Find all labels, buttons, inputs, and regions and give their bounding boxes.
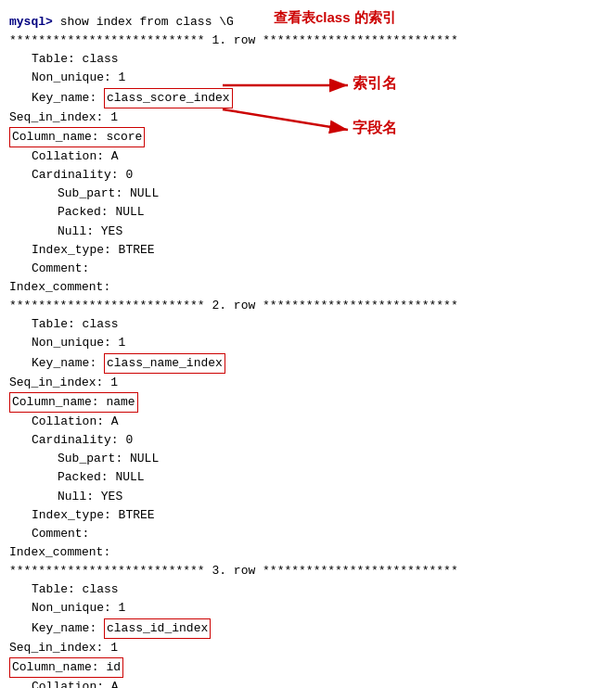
row2-column: Column_name: name: [9, 392, 607, 413]
row2-subpart: Sub_part: NULL: [9, 450, 607, 468]
row2-key-name-value: class_name_index: [104, 353, 225, 374]
row2-cardinality: Cardinality: 0: [9, 431, 607, 450]
annotation-index-name: 索引名: [353, 74, 397, 94]
row1-key-name-value: class_score_index: [104, 88, 233, 108]
row2-table: Table: class: [9, 315, 607, 334]
row-separator-1: *************************** 1. row *****…: [9, 32, 607, 50]
row2-index-comment: Index_comment:: [9, 543, 607, 562]
row1-non-unique: Non_unique: 1: [9, 69, 607, 87]
row3-column: Column_name: id: [9, 657, 607, 678]
row2-comment: Comment:: [9, 525, 607, 543]
row-separator-3: *************************** 3. row *****…: [9, 562, 607, 580]
annotation-title: 查看表class 的索引: [274, 9, 396, 27]
prompt: mysql>: [9, 15, 53, 29]
row2-index-type: Index_type: BTREE: [9, 506, 607, 525]
terminal-output: mysql> show index from class \G ********…: [0, 7, 616, 688]
row3-key-name-value: class_id_index: [104, 618, 211, 639]
row1-index-comment: Index_comment:: [9, 278, 607, 297]
row2-key-name: Key_name: class_name_index: [9, 353, 607, 374]
row2-null: Null: YES: [9, 488, 607, 506]
row3-column-box: Column_name: id: [9, 657, 123, 678]
row3-collation: Collation: A: [9, 678, 607, 688]
row2-collation: Collation: A: [9, 413, 607, 431]
row2-seq: Seq_in_index: 1: [9, 374, 607, 392]
row1-index-type: Index_type: BTREE: [9, 241, 607, 260]
row1-packed: Packed: NULL: [9, 203, 607, 222]
row3-key-name: Key_name: class_id_index: [9, 618, 607, 639]
row1-key-name: Key_name: class_score_index: [9, 88, 607, 108]
row1-comment: Comment:: [9, 260, 607, 278]
row2-packed: Packed: NULL: [9, 468, 607, 487]
row1-column-box: Column_name: score: [9, 127, 145, 147]
row1-null: Null: YES: [9, 223, 607, 241]
row1-column: Column_name: score: [9, 127, 607, 147]
row1-subpart: Sub_part: NULL: [9, 185, 607, 203]
row3-non-unique: Non_unique: 1: [9, 599, 607, 618]
row2-column-box: Column_name: name: [9, 392, 138, 413]
row1-collation: Collation: A: [9, 147, 607, 166]
row1-seq: Seq_in_index: 1: [9, 108, 607, 127]
command-text: show index from class \G: [60, 15, 234, 29]
row3-seq: Seq_in_index: 1: [9, 639, 607, 657]
annotation-field-name: 字段名: [353, 119, 397, 138]
row3-table: Table: class: [9, 580, 607, 599]
row1-table: Table: class: [9, 50, 607, 69]
row2-non-unique: Non_unique: 1: [9, 334, 607, 352]
row-separator-2: *************************** 2. row *****…: [9, 297, 607, 315]
row1-cardinality: Cardinality: 0: [9, 166, 607, 185]
